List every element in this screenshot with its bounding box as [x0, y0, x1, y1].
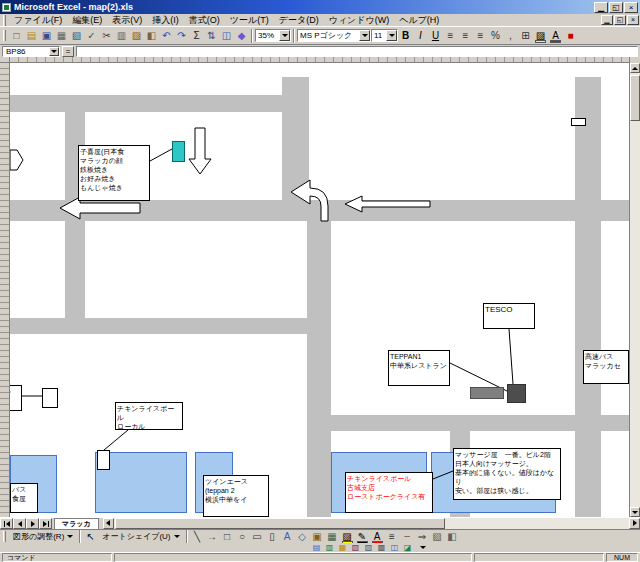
rectangle-icon[interactable]: □ [220, 530, 235, 544]
menu-item-2[interactable]: 編集(E) [67, 14, 107, 26]
font-name-dropdown-icon[interactable] [359, 30, 370, 41]
row-headers[interactable] [0, 63, 10, 517]
building-marker-2[interactable] [507, 384, 526, 403]
previous-sheet-button[interactable] [13, 518, 26, 529]
font-size-combo[interactable]: 11 [371, 29, 398, 42]
picture-icon[interactable]: ▦ [325, 530, 340, 544]
save-icon[interactable]: ▣ [39, 29, 54, 43]
redo-icon[interactable]: ↷ [174, 29, 189, 43]
mini-toolbar-icon-5[interactable]: ▨ [362, 543, 375, 552]
menu-item-1[interactable]: ファイル(F) [9, 14, 67, 26]
scroll-up-button[interactable] [630, 63, 640, 73]
first-sheet-button[interactable] [0, 518, 13, 529]
minimize-button[interactable]: ▁ [594, 2, 608, 13]
oval-icon[interactable]: ○ [235, 530, 250, 544]
next-sheet-button[interactable] [26, 518, 39, 529]
shadow-style-icon[interactable]: ▧ [430, 530, 445, 544]
toolbar-grip[interactable] [3, 30, 6, 41]
cut-icon[interactable]: ✂ [99, 29, 114, 43]
mini-toolbar-icon-6[interactable]: ▩ [375, 543, 388, 552]
map-label-twin-ace[interactable]: ツインエース (teppan 2 横浜中華をイ [203, 475, 269, 517]
zoom-combo[interactable]: 35% [255, 29, 291, 42]
edit-formula-button[interactable]: = [62, 46, 74, 57]
map-label-ru[interactable]: ル [10, 385, 22, 411]
map-label-kokiya[interactable]: 子喜屋(日本食 マラッカの顔 鉄板焼き お好み焼き もんじゃ焼き [78, 145, 150, 201]
print-preview-icon[interactable]: ▧ [69, 29, 84, 43]
select-objects-icon[interactable]: ↖ [83, 530, 98, 544]
font-size-dropdown-icon[interactable] [386, 30, 397, 41]
workbook-restore-button[interactable]: ◱ [614, 15, 626, 25]
vertical-text-box-icon[interactable]: ▯ [265, 530, 280, 544]
mini-toolbar-icon-4[interactable]: ▧ [349, 543, 362, 552]
curved-arrow[interactable] [291, 180, 328, 221]
mini-toolbar-icon-2[interactable]: ▥ [323, 543, 336, 552]
left-arrow-center[interactable] [345, 196, 430, 212]
borders-icon[interactable]: ⊞ [518, 29, 533, 43]
align-right-icon[interactable]: ≡ [473, 29, 488, 43]
mini-toolbar-icon-1[interactable]: ▤ [310, 543, 323, 552]
paste-icon[interactable]: ▨ [129, 29, 144, 43]
print-icon[interactable]: ▦ [54, 29, 69, 43]
formula-input[interactable] [76, 46, 638, 57]
sort-ascending-icon[interactable]: ⇅ [204, 29, 219, 43]
map-canvas[interactable]: 子喜屋(日本食 マラッカの顔 鉄板焼き お好み焼き もんじゃ焼き TESCO T… [10, 63, 629, 517]
map-label-tesco[interactable]: TESCO [483, 303, 535, 329]
threed-style-icon[interactable]: ◧ [445, 530, 460, 544]
horizontal-scroll-thumb[interactable] [115, 518, 445, 529]
underline-icon[interactable]: U [428, 29, 443, 43]
scroll-down-button[interactable] [630, 507, 640, 517]
name-box-dropdown-icon[interactable] [49, 47, 59, 56]
italic-icon[interactable]: I [413, 29, 428, 43]
map-label-massage[interactable]: マッサージ屋 一番。ビル2階 日本人向けマッサージ。 基本的に痛くない。値段はか… [453, 448, 561, 500]
map-label-chicken-rice-local[interactable]: チキンライスボール ローカル [115, 402, 183, 430]
mini-toolbar-icon-3[interactable]: ▦ [336, 543, 349, 552]
align-left-icon[interactable]: ≡ [443, 29, 458, 43]
new-icon[interactable]: □ [9, 29, 24, 43]
sheet-tab-マラッカ[interactable]: マラッカ [54, 518, 99, 529]
line-style-icon[interactable]: ≡ [385, 530, 400, 544]
bold-icon[interactable]: B [398, 29, 413, 43]
wordart-icon[interactable]: A [280, 530, 295, 544]
text-box-icon[interactable]: ▭ [250, 530, 265, 544]
bus-stop-marker[interactable] [571, 118, 586, 126]
last-sheet-button[interactable] [39, 518, 52, 529]
menu-item-4[interactable]: 挿入(I) [147, 14, 184, 26]
menu-item-7[interactable]: データ(D) [274, 14, 324, 26]
name-box[interactable]: BP86 [2, 46, 60, 57]
align-center-icon[interactable]: ≡ [458, 29, 473, 43]
menu-item-3[interactable]: 表示(V) [107, 14, 147, 26]
percent-style-icon[interactable]: % [488, 29, 503, 43]
mini-toolbar-dropdown[interactable] [416, 543, 429, 552]
map-label-chicken-rice-kojyo[interactable]: チキンライスボール 古城支店 ローストポークライス有 [345, 472, 433, 513]
teal-shop-marker[interactable] [172, 141, 185, 162]
drawing-icon[interactable]: ◆ [234, 29, 249, 43]
spelling-icon[interactable]: ✓ [84, 29, 99, 43]
clip-art-icon[interactable]: ▣ [310, 530, 325, 544]
font-color-icon[interactable]: A [548, 29, 563, 43]
shape-line-color-icon[interactable]: ✎ [355, 530, 370, 544]
font-name-combo[interactable]: MS Pゴシック [297, 29, 371, 42]
shape-font-color-icon[interactable]: A [370, 530, 385, 544]
autosum-icon[interactable]: Σ [189, 29, 204, 43]
workbook-close-button[interactable]: × [627, 15, 639, 25]
building-marker-1[interactable] [470, 387, 504, 399]
restore-button[interactable]: ◱ [609, 2, 623, 13]
down-arrow[interactable] [189, 128, 211, 174]
map-label-bus-restaurant[interactable]: バス 食屋 [10, 483, 38, 513]
arrow-icon[interactable]: → [205, 530, 220, 544]
menu-item-5[interactable]: 書式(O) [184, 14, 225, 26]
workbook-minimize-button[interactable]: ▁ [601, 15, 613, 25]
draw-menu-button[interactable]: 図形の調整(R) [9, 531, 77, 543]
diagram-icon[interactable]: ◇ [295, 530, 310, 544]
macro-stop-icon[interactable]: ■ [563, 29, 578, 43]
vertical-scrollbar[interactable] [629, 57, 640, 517]
shape-fill-color-icon[interactable]: ▨ [340, 530, 355, 544]
drawing-toolbar-grip[interactable] [3, 531, 6, 542]
partial-arrow-left-edge[interactable] [10, 150, 23, 170]
map-small-box-2[interactable] [97, 450, 110, 470]
scroll-right-button[interactable] [629, 518, 640, 529]
menu-grip[interactable] [3, 15, 6, 26]
autoshapes-menu-button[interactable]: オートシェイプ(U) [98, 531, 183, 543]
fill-color-icon[interactable]: ▨ [533, 29, 548, 43]
map-small-box-1[interactable] [42, 388, 58, 408]
